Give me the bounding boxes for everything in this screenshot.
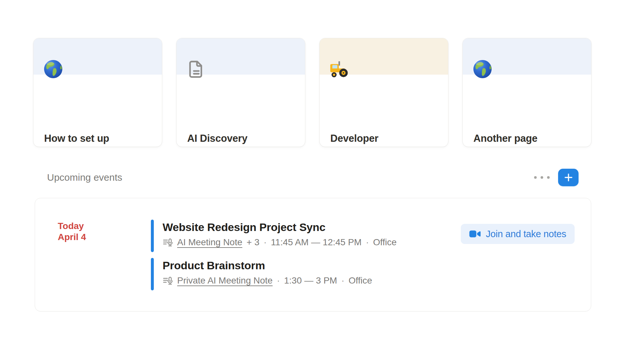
open-in-calendar-button[interactable] — [513, 171, 526, 184]
upcoming-events-heading: Upcoming events — [47, 171, 122, 184]
event-location: Office — [348, 275, 372, 286]
event-accent-bar — [151, 258, 154, 290]
video-camera-icon — [469, 230, 481, 238]
page-card-ai-discovery-standup[interactable]: AI Discovery Standup — [176, 38, 305, 147]
event-title[interactable]: Website Redesign Project Sync — [163, 220, 397, 234]
event-date-value: April 4 — [58, 232, 86, 243]
join-and-take-notes-button[interactable]: Join and take notes — [461, 224, 575, 244]
join-button-label: Join and take notes — [486, 229, 566, 239]
ai-meeting-note-icon — [163, 275, 173, 286]
event-date-label: Today — [58, 221, 86, 232]
event-date: Today April 4 — [58, 221, 86, 243]
event-location: Office — [373, 237, 397, 248]
upcoming-events-card: Today April 4 Website Redesign Project S… — [35, 198, 591, 311]
attendee-count: + 3 — [247, 237, 260, 248]
add-event-button[interactable] — [558, 169, 579, 186]
event-time: 1:30 — 3 PM — [284, 275, 337, 286]
event-meta: Private AI Meeting Note · 1:30 — 3 PM · … — [163, 275, 397, 286]
tractor-emoji-icon — [329, 59, 349, 79]
page-card-title: AI Discovery Standup — [187, 131, 270, 147]
meeting-note-link[interactable]: Private AI Meeting Note — [177, 275, 273, 286]
separator-dot: · — [366, 237, 369, 248]
dashboard-page: How to set up design system AI Discovery… — [0, 0, 623, 364]
meeting-note-link[interactable]: AI Meeting Note — [177, 237, 242, 248]
page-card-title: How to set up design system — [44, 131, 127, 147]
globe-emoji-icon — [472, 59, 493, 79]
ellipsis-icon — [533, 175, 551, 180]
page-card-another-page[interactable]: Another page — [462, 38, 592, 147]
event-time: 11:45 AM — 12:45 PM — [271, 237, 362, 248]
document-icon — [186, 59, 206, 79]
plus-icon — [564, 173, 573, 182]
event-title[interactable]: Product Brainstorm — [163, 258, 397, 272]
separator-dot: · — [263, 237, 266, 248]
ai-meeting-note-icon — [163, 237, 173, 248]
page-card-title: Another page — [473, 131, 537, 146]
page-card-title: Developer Getting Started — [330, 131, 413, 147]
more-options-button[interactable] — [532, 173, 552, 182]
separator-dot: · — [341, 275, 344, 286]
event-row-product-brainstorm[interactable]: Product Brainstorm Private AI Meeting No… — [151, 258, 397, 290]
page-card-design-system[interactable]: How to set up design system — [33, 38, 162, 147]
globe-emoji-icon — [43, 59, 63, 79]
event-meta: AI Meeting Note + 3 · 11:45 AM — 12:45 P… — [163, 237, 397, 248]
event-accent-bar — [151, 220, 154, 252]
event-list: Website Redesign Project Sync AI Meeting… — [151, 220, 397, 296]
event-row-website-redesign[interactable]: Website Redesign Project Sync AI Meeting… — [151, 220, 397, 252]
separator-dot: · — [277, 275, 280, 286]
page-cards-row: How to set up design system AI Discovery… — [33, 38, 592, 147]
page-card-developer-getting-started[interactable]: Developer Getting Started — [319, 38, 448, 147]
